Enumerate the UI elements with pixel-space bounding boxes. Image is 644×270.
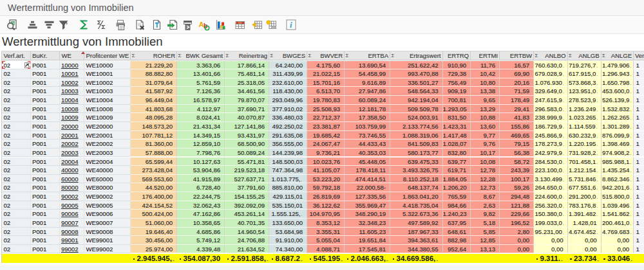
svg-text:i: i: [290, 20, 292, 30]
